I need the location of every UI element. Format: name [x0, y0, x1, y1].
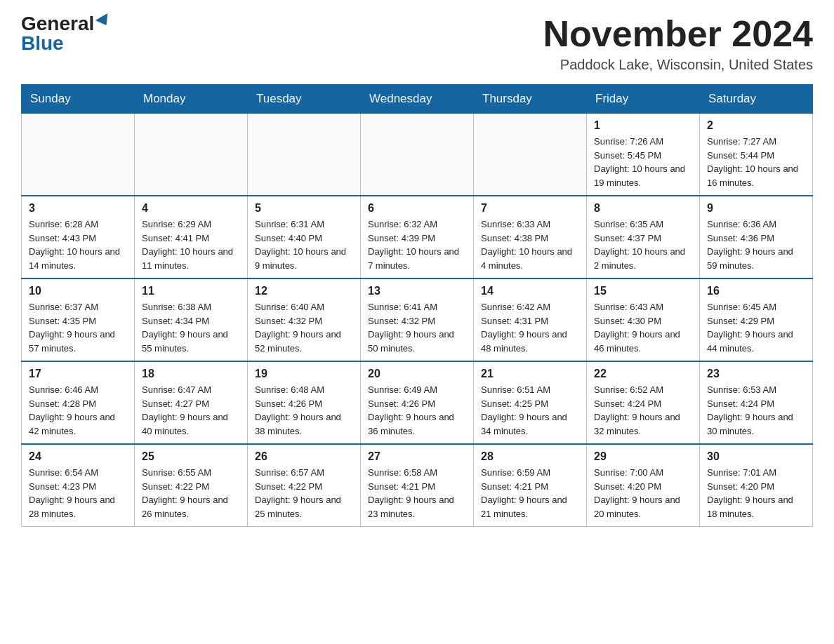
calendar-day-cell: 6Sunrise: 6:32 AM Sunset: 4:39 PM Daylig… [361, 196, 474, 279]
calendar-day-cell [248, 114, 361, 196]
weekday-header-wednesday: Wednesday [361, 85, 474, 114]
day-number: 3 [29, 202, 127, 215]
day-number: 8 [594, 202, 692, 215]
day-number: 7 [481, 202, 579, 215]
day-info: Sunrise: 7:00 AM Sunset: 4:20 PM Dayligh… [594, 466, 692, 521]
calendar-week-row: 3Sunrise: 6:28 AM Sunset: 4:43 PM Daylig… [22, 196, 813, 279]
day-info: Sunrise: 6:55 AM Sunset: 4:22 PM Dayligh… [142, 466, 240, 521]
calendar-day-cell: 18Sunrise: 6:47 AM Sunset: 4:27 PM Dayli… [135, 361, 248, 444]
calendar-day-cell [474, 114, 587, 196]
calendar-week-row: 1Sunrise: 7:26 AM Sunset: 5:45 PM Daylig… [22, 114, 813, 196]
day-number: 11 [142, 285, 240, 297]
day-info: Sunrise: 6:57 AM Sunset: 4:22 PM Dayligh… [255, 466, 353, 521]
calendar-day-cell: 26Sunrise: 6:57 AM Sunset: 4:22 PM Dayli… [248, 444, 361, 527]
logo-blue-text: Blue [21, 34, 64, 53]
day-number: 25 [142, 450, 240, 463]
calendar-week-row: 10Sunrise: 6:37 AM Sunset: 4:35 PM Dayli… [22, 279, 813, 361]
calendar-day-cell: 15Sunrise: 6:43 AM Sunset: 4:30 PM Dayli… [587, 279, 700, 361]
calendar-day-cell: 11Sunrise: 6:38 AM Sunset: 4:34 PM Dayli… [135, 279, 248, 361]
calendar-day-cell: 5Sunrise: 6:31 AM Sunset: 4:40 PM Daylig… [248, 196, 361, 279]
day-number: 4 [142, 202, 240, 215]
calendar-day-cell: 10Sunrise: 6:37 AM Sunset: 4:35 PM Dayli… [22, 279, 135, 361]
calendar-day-cell: 3Sunrise: 6:28 AM Sunset: 4:43 PM Daylig… [22, 196, 135, 279]
day-info: Sunrise: 6:42 AM Sunset: 4:31 PM Dayligh… [481, 300, 579, 355]
day-number: 13 [368, 285, 466, 297]
logo-triangle-icon [95, 13, 112, 29]
calendar-day-cell: 23Sunrise: 6:53 AM Sunset: 4:24 PM Dayli… [700, 361, 813, 444]
weekday-header-thursday: Thursday [474, 85, 587, 114]
day-number: 18 [142, 368, 240, 380]
calendar-day-cell: 13Sunrise: 6:41 AM Sunset: 4:32 PM Dayli… [361, 279, 474, 361]
day-info: Sunrise: 6:54 AM Sunset: 4:23 PM Dayligh… [29, 466, 127, 521]
day-info: Sunrise: 6:58 AM Sunset: 4:21 PM Dayligh… [368, 466, 466, 521]
calendar-day-cell: 12Sunrise: 6:40 AM Sunset: 4:32 PM Dayli… [248, 279, 361, 361]
day-number: 6 [368, 202, 466, 215]
day-number: 14 [481, 285, 579, 297]
calendar-week-row: 24Sunrise: 6:54 AM Sunset: 4:23 PM Dayli… [22, 444, 813, 527]
calendar-day-cell: 20Sunrise: 6:49 AM Sunset: 4:26 PM Dayli… [361, 361, 474, 444]
calendar-table: SundayMondayTuesdayWednesdayThursdayFrid… [21, 84, 813, 527]
day-info: Sunrise: 6:38 AM Sunset: 4:34 PM Dayligh… [142, 300, 240, 355]
day-info: Sunrise: 6:48 AM Sunset: 4:26 PM Dayligh… [255, 383, 353, 438]
day-number: 5 [255, 202, 353, 215]
day-info: Sunrise: 6:49 AM Sunset: 4:26 PM Dayligh… [368, 383, 466, 438]
weekday-header-monday: Monday [135, 85, 248, 114]
day-number: 30 [707, 450, 805, 463]
day-info: Sunrise: 6:37 AM Sunset: 4:35 PM Dayligh… [29, 300, 127, 355]
calendar-day-cell: 28Sunrise: 6:59 AM Sunset: 4:21 PM Dayli… [474, 444, 587, 527]
day-number: 1 [594, 119, 692, 132]
day-number: 16 [707, 285, 805, 297]
calendar-day-cell: 4Sunrise: 6:29 AM Sunset: 4:41 PM Daylig… [135, 196, 248, 279]
calendar-day-cell: 27Sunrise: 6:58 AM Sunset: 4:21 PM Dayli… [361, 444, 474, 527]
day-info: Sunrise: 6:40 AM Sunset: 4:32 PM Dayligh… [255, 300, 353, 355]
calendar-week-row: 17Sunrise: 6:46 AM Sunset: 4:28 PM Dayli… [22, 361, 813, 444]
day-info: Sunrise: 6:45 AM Sunset: 4:29 PM Dayligh… [707, 300, 805, 355]
calendar-day-cell: 17Sunrise: 6:46 AM Sunset: 4:28 PM Dayli… [22, 361, 135, 444]
day-info: Sunrise: 6:28 AM Sunset: 4:43 PM Dayligh… [29, 217, 127, 272]
weekday-header-friday: Friday [587, 85, 700, 114]
calendar-day-cell: 9Sunrise: 6:36 AM Sunset: 4:36 PM Daylig… [700, 196, 813, 279]
day-info: Sunrise: 6:32 AM Sunset: 4:39 PM Dayligh… [368, 217, 466, 272]
day-info: Sunrise: 7:01 AM Sunset: 4:20 PM Dayligh… [707, 466, 805, 521]
month-title: November 2024 [543, 14, 813, 54]
calendar-day-cell: 29Sunrise: 7:00 AM Sunset: 4:20 PM Dayli… [587, 444, 700, 527]
day-number: 10 [29, 285, 127, 297]
calendar-day-cell: 25Sunrise: 6:55 AM Sunset: 4:22 PM Dayli… [135, 444, 248, 527]
weekday-header-sunday: Sunday [22, 85, 135, 114]
weekday-header-row: SundayMondayTuesdayWednesdayThursdayFrid… [22, 85, 813, 114]
page-header: General Blue November 2024 Paddock Lake,… [21, 14, 813, 73]
day-number: 20 [368, 368, 466, 380]
day-number: 12 [255, 285, 353, 297]
day-info: Sunrise: 6:43 AM Sunset: 4:30 PM Dayligh… [594, 300, 692, 355]
calendar-day-cell: 2Sunrise: 7:27 AM Sunset: 5:44 PM Daylig… [700, 114, 813, 196]
day-number: 15 [594, 285, 692, 297]
day-number: 24 [29, 450, 127, 463]
calendar-day-cell: 7Sunrise: 6:33 AM Sunset: 4:38 PM Daylig… [474, 196, 587, 279]
day-info: Sunrise: 6:51 AM Sunset: 4:25 PM Dayligh… [481, 383, 579, 438]
day-info: Sunrise: 6:36 AM Sunset: 4:36 PM Dayligh… [707, 217, 805, 272]
day-number: 17 [29, 368, 127, 380]
calendar-day-cell: 21Sunrise: 6:51 AM Sunset: 4:25 PM Dayli… [474, 361, 587, 444]
day-info: Sunrise: 6:46 AM Sunset: 4:28 PM Dayligh… [29, 383, 127, 438]
calendar-day-cell: 30Sunrise: 7:01 AM Sunset: 4:20 PM Dayli… [700, 444, 813, 527]
calendar-day-cell: 22Sunrise: 6:52 AM Sunset: 4:24 PM Dayli… [587, 361, 700, 444]
day-info: Sunrise: 6:31 AM Sunset: 4:40 PM Dayligh… [255, 217, 353, 272]
location-title: Paddock Lake, Wisconsin, United States [543, 57, 813, 73]
calendar-day-cell: 8Sunrise: 6:35 AM Sunset: 4:37 PM Daylig… [587, 196, 700, 279]
day-info: Sunrise: 6:35 AM Sunset: 4:37 PM Dayligh… [594, 217, 692, 272]
day-info: Sunrise: 6:59 AM Sunset: 4:21 PM Dayligh… [481, 466, 579, 521]
day-number: 22 [594, 368, 692, 380]
logo: General Blue [21, 14, 111, 53]
logo-general-text: General [21, 14, 94, 34]
calendar-day-cell [22, 114, 135, 196]
day-info: Sunrise: 6:47 AM Sunset: 4:27 PM Dayligh… [142, 383, 240, 438]
calendar-day-cell: 1Sunrise: 7:26 AM Sunset: 5:45 PM Daylig… [587, 114, 700, 196]
day-info: Sunrise: 6:52 AM Sunset: 4:24 PM Dayligh… [594, 383, 692, 438]
calendar-day-cell [361, 114, 474, 196]
weekday-header-tuesday: Tuesday [248, 85, 361, 114]
day-number: 23 [707, 368, 805, 380]
day-number: 21 [481, 368, 579, 380]
day-info: Sunrise: 6:29 AM Sunset: 4:41 PM Dayligh… [142, 217, 240, 272]
day-number: 29 [594, 450, 692, 463]
day-info: Sunrise: 6:41 AM Sunset: 4:32 PM Dayligh… [368, 300, 466, 355]
